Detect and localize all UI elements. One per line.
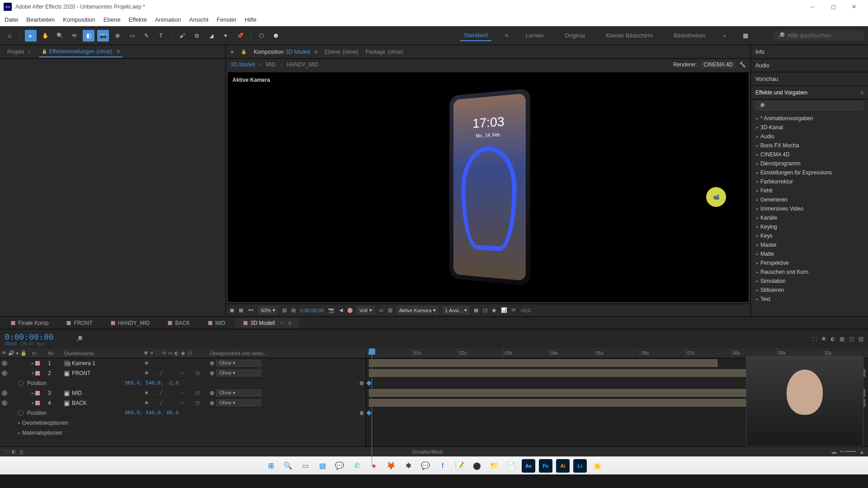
eraser-tool[interactable]: ◢: [205, 30, 217, 42]
taskbar-windows[interactable]: ⊞: [264, 459, 278, 473]
channel2-icon[interactable]: ▥: [388, 307, 392, 313]
channel-icon[interactable]: ▤: [291, 307, 296, 313]
refresh-icon[interactable]: ⟳: [512, 307, 516, 313]
taskbar-ae[interactable]: Ae: [522, 459, 535, 473]
taskbar-ai[interactable]: Ai: [556, 459, 570, 473]
effect-category[interactable]: ▸ Einstellungen für Expressions: [751, 168, 868, 177]
home-tool[interactable]: ⌂: [4, 30, 15, 42]
help-search-input[interactable]: [788, 33, 861, 39]
effect-category[interactable]: ▸ Simulation: [751, 277, 868, 286]
camera-dropdown[interactable]: Aktive Kamera ▾: [397, 306, 439, 314]
rotation-tool[interactable]: ◧: [83, 30, 94, 42]
effect-category[interactable]: ▸ CINEMA 4D: [751, 150, 868, 159]
breadcrumb-2[interactable]: HANDY_MID: [287, 61, 319, 68]
effect-category[interactable]: ▸ Audio: [751, 132, 868, 141]
puppet-tool[interactable]: 📌: [234, 30, 246, 42]
comp-tab-komposition[interactable]: Komposition 3D Modell ≡: [254, 49, 317, 55]
zoom-dropdown[interactable]: 50% ▾: [259, 306, 278, 314]
taskbar-app2[interactable]: ✱: [401, 459, 415, 473]
roto-tool[interactable]: ✦: [220, 30, 231, 42]
snapshot-icon[interactable]: 📷: [328, 307, 335, 313]
effect-category[interactable]: ▸ Boris FX Mocha: [751, 141, 868, 150]
fx-icon[interactable]: ✱: [821, 336, 826, 342]
effect-category[interactable]: ▸ Dienstprogramm: [751, 159, 868, 168]
taskbar-obs[interactable]: ⬤: [470, 459, 484, 473]
taskbar-notes[interactable]: 📝: [453, 459, 467, 473]
renderer-value[interactable]: CINEMA 4D: [700, 61, 736, 69]
composition-viewport[interactable]: Aktive Kamera 17:03 Mo., 14. Feb. 📹: [228, 72, 749, 302]
menu-fenster[interactable]: Fenster: [217, 16, 236, 23]
views-dropdown[interactable]: 1 Ansi... ▾: [443, 306, 469, 314]
taskbar-whatsapp[interactable]: ✆: [350, 459, 363, 473]
effects-panel-header[interactable]: Effekte und Vorgaben ≡: [751, 86, 868, 99]
timeline-tab[interactable]: 3D Modell×≡: [235, 318, 299, 328]
zoom-tool[interactable]: 🔍: [54, 30, 66, 42]
workspace-kleiner[interactable]: Kleiner Bildschirm: [602, 30, 656, 41]
taskbar-teams[interactable]: 💬: [333, 459, 346, 473]
depth-icon[interactable]: ▦: [474, 307, 478, 313]
project-tab[interactable]: Projekt×: [5, 47, 33, 57]
workspace-lernen[interactable]: Lernen: [522, 30, 547, 41]
zoom-out-icon[interactable]: ▬: [831, 449, 836, 455]
effect-category[interactable]: ▸ Perspektive: [751, 258, 868, 267]
timeline-timecode[interactable]: 0:00:00:00: [5, 332, 53, 342]
taskbar-explorer[interactable]: ▤: [316, 459, 329, 473]
resolution-dropdown[interactable]: Voll ▾: [357, 306, 374, 314]
taskbar-messenger[interactable]: 💬: [419, 459, 432, 473]
menu-hilfe[interactable]: Hilfe: [245, 16, 256, 23]
taskbar-search[interactable]: 🔍: [281, 459, 295, 473]
playhead[interactable]: [369, 348, 375, 355]
grid-icon[interactable]: ▧: [282, 307, 287, 313]
hand-tool[interactable]: ✋: [39, 30, 51, 42]
draft-icon[interactable]: ◳: [849, 336, 854, 342]
switches-modes-label[interactable]: Schalter/Modi: [412, 449, 443, 455]
color-icon[interactable]: ⬤: [347, 307, 353, 313]
menu-animation[interactable]: Animation: [155, 16, 181, 23]
effect-category[interactable]: ▸ Keying: [751, 222, 868, 231]
track-area[interactable]: 00s01s02s03s04s05s06s07s08s09s10s: [366, 348, 868, 446]
effect-category[interactable]: ▸ Text: [751, 295, 868, 304]
zoom-in-icon[interactable]: ▲: [859, 449, 864, 455]
taskbar-ps[interactable]: Ps: [539, 459, 552, 473]
taskbar-lr[interactable]: Lr: [573, 459, 587, 473]
zoom-slider[interactable]: ━○━━━: [840, 449, 856, 455]
layer-property[interactable]: Position960,0, 540,0, -2,0⊚: [0, 378, 366, 388]
graph-icon[interactable]: 📊: [501, 307, 507, 313]
brush-tool[interactable]: 🖌: [176, 30, 188, 42]
layer-property[interactable]: ▸Materialoptionen: [0, 428, 366, 438]
audio-panel-header[interactable]: Audio: [751, 59, 868, 72]
taskbar-app3[interactable]: ▣: [590, 459, 604, 473]
taskbar-facebook[interactable]: f: [436, 459, 449, 473]
effect-category[interactable]: ▸ Keys: [751, 231, 868, 240]
menu-ansicht[interactable]: Ansicht: [189, 16, 208, 23]
layer-row[interactable]: ▾2▣FRONT✱╱─◳⊚Ohne ▾: [0, 368, 366, 378]
menu-effekte[interactable]: Effekte: [128, 16, 146, 23]
breadcrumb-1[interactable]: MID: [266, 61, 276, 68]
effect-controls-tab[interactable]: 🔒 Effekteinstellungen (ohne) ≡: [39, 47, 123, 57]
timeline-tab[interactable]: Finale Komp: [3, 318, 57, 328]
toggle-frame-icon[interactable]: {}: [20, 449, 23, 455]
render-icon[interactable]: ◉: [492, 307, 496, 313]
selection-tool[interactable]: ▸: [25, 30, 37, 42]
effect-category[interactable]: ▸ Rauschen und Korn: [751, 267, 868, 277]
shape-tool[interactable]: ▭: [126, 30, 138, 42]
effect-category[interactable]: ▸ Generieren: [751, 195, 868, 204]
snap2-tool[interactable]: ⬢: [270, 30, 282, 42]
preview-panel-header[interactable]: Vorschau: [751, 72, 868, 86]
workspace-menu-icon[interactable]: ≡: [505, 32, 509, 39]
clone-tool[interactable]: ⧉: [191, 30, 203, 42]
timeline-tab[interactable]: MID: [200, 318, 233, 328]
region-icon[interactable]: ▭: [379, 307, 383, 313]
timeline-tab[interactable]: BACK: [160, 318, 198, 328]
workspace-standard[interactable]: Standard: [460, 30, 491, 41]
menu-datei[interactable]: Datei: [5, 16, 18, 23]
layer-row[interactable]: ▸3▣MID✱╱─◳⊚Ohne ▾: [0, 388, 366, 398]
toggle-shy-icon[interactable]: ◐: [12, 449, 16, 455]
layer-property[interactable]: Position960,0, 540,0, 80,0⊚: [0, 408, 366, 418]
effect-category[interactable]: ▸ Fehlt: [751, 186, 868, 195]
switches-icon[interactable]: ▧: [859, 336, 863, 342]
panel-menu-icon[interactable]: ≡: [860, 89, 863, 96]
timeline-tab[interactable]: FRONT: [58, 318, 100, 328]
footer-time[interactable]: 0:00:00:00: [300, 308, 324, 313]
prev-icon[interactable]: ◀: [339, 307, 343, 313]
